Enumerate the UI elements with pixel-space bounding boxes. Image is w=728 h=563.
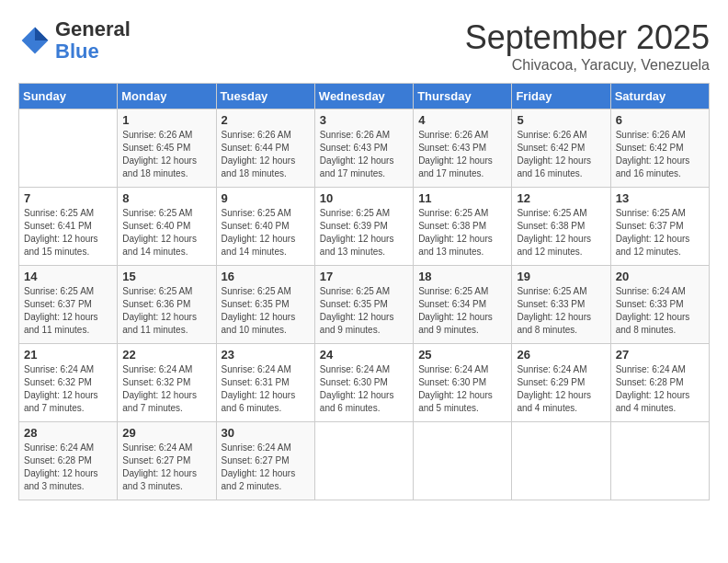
day-number: 23 — [222, 348, 310, 362]
table-row: 21Sunrise: 6:24 AM Sunset: 6:32 PM Dayli… — [19, 344, 118, 422]
table-row: 22Sunrise: 6:24 AM Sunset: 6:32 PM Dayli… — [118, 344, 216, 422]
day-info: Sunrise: 6:25 AM Sunset: 6:36 PM Dayligh… — [122, 285, 210, 337]
day-number: 22 — [122, 348, 210, 362]
day-number: 24 — [320, 348, 408, 362]
logo-text: General Blue — [55, 18, 131, 63]
day-number: 13 — [616, 191, 704, 205]
day-info: Sunrise: 6:26 AM Sunset: 6:42 PM Dayligh… — [616, 129, 704, 180]
table-row: 8Sunrise: 6:25 AM Sunset: 6:40 PM Daylig… — [118, 188, 216, 266]
day-info: Sunrise: 6:24 AM Sunset: 6:29 PM Dayligh… — [517, 363, 605, 415]
day-number: 4 — [418, 113, 506, 127]
table-row: 12Sunrise: 6:25 AM Sunset: 6:38 PM Dayli… — [512, 188, 610, 266]
table-row: 24Sunrise: 6:24 AM Sunset: 6:30 PM Dayli… — [314, 344, 413, 422]
day-number: 1 — [122, 113, 210, 127]
column-header-thursday: Thursday — [414, 84, 512, 109]
day-number: 6 — [616, 113, 704, 127]
table-row: 26Sunrise: 6:24 AM Sunset: 6:29 PM Dayli… — [512, 344, 610, 422]
table-row: 15Sunrise: 6:25 AM Sunset: 6:36 PM Dayli… — [118, 266, 216, 344]
day-info: Sunrise: 6:25 AM Sunset: 6:41 PM Dayligh… — [24, 207, 112, 259]
day-number: 3 — [320, 113, 408, 127]
table-row: 7Sunrise: 6:25 AM Sunset: 6:41 PM Daylig… — [19, 188, 118, 266]
table-row: 3Sunrise: 6:26 AM Sunset: 6:43 PM Daylig… — [314, 109, 413, 188]
day-info: Sunrise: 6:24 AM Sunset: 6:28 PM Dayligh… — [24, 442, 112, 493]
column-header-tuesday: Tuesday — [216, 84, 314, 109]
day-number: 8 — [122, 191, 210, 205]
table-row: 13Sunrise: 6:25 AM Sunset: 6:37 PM Dayli… — [610, 188, 709, 266]
day-number: 20 — [616, 270, 704, 283]
day-number: 15 — [122, 270, 210, 283]
day-info: Sunrise: 6:25 AM Sunset: 6:35 PM Dayligh… — [320, 285, 408, 337]
table-row: 5Sunrise: 6:26 AM Sunset: 6:42 PM Daylig… — [512, 109, 610, 188]
column-header-friday: Friday — [512, 84, 610, 109]
day-info: Sunrise: 6:26 AM Sunset: 6:43 PM Dayligh… — [418, 129, 506, 180]
table-row: 11Sunrise: 6:25 AM Sunset: 6:38 PM Dayli… — [414, 188, 512, 266]
day-number: 30 — [222, 426, 310, 440]
table-row: 27Sunrise: 6:24 AM Sunset: 6:28 PM Dayli… — [610, 344, 709, 422]
day-number: 27 — [616, 348, 704, 362]
svg-marker-1 — [35, 28, 48, 40]
table-row: 17Sunrise: 6:25 AM Sunset: 6:35 PM Dayli… — [314, 266, 413, 344]
day-number: 14 — [24, 270, 112, 283]
day-number: 11 — [418, 191, 506, 205]
table-row: 4Sunrise: 6:26 AM Sunset: 6:43 PM Daylig… — [414, 109, 512, 188]
day-number: 5 — [517, 113, 605, 127]
table-row — [19, 109, 118, 188]
subtitle: Chivacoa, Yaracuy, Venezuela — [465, 57, 710, 74]
day-info: Sunrise: 6:24 AM Sunset: 6:31 PM Dayligh… — [222, 363, 310, 415]
day-number: 10 — [320, 191, 408, 205]
table-row — [314, 422, 413, 500]
day-info: Sunrise: 6:25 AM Sunset: 6:38 PM Dayligh… — [418, 207, 506, 259]
table-row: 29Sunrise: 6:24 AM Sunset: 6:27 PM Dayli… — [118, 422, 216, 500]
day-info: Sunrise: 6:24 AM Sunset: 6:33 PM Dayligh… — [616, 285, 704, 337]
table-row: 19Sunrise: 6:25 AM Sunset: 6:33 PM Dayli… — [512, 266, 610, 344]
day-info: Sunrise: 6:24 AM Sunset: 6:27 PM Dayligh… — [222, 442, 310, 493]
column-header-sunday: Sunday — [19, 84, 118, 109]
day-info: Sunrise: 6:25 AM Sunset: 6:39 PM Dayligh… — [320, 207, 408, 259]
table-row: 20Sunrise: 6:24 AM Sunset: 6:33 PM Dayli… — [610, 266, 709, 344]
table-row: 28Sunrise: 6:24 AM Sunset: 6:28 PM Dayli… — [19, 422, 118, 500]
day-info: Sunrise: 6:25 AM Sunset: 6:33 PM Dayligh… — [517, 285, 605, 337]
column-header-wednesday: Wednesday — [314, 84, 413, 109]
day-number: 25 — [418, 348, 506, 362]
day-info: Sunrise: 6:25 AM Sunset: 6:40 PM Dayligh… — [122, 207, 210, 259]
table-row: 1Sunrise: 6:26 AM Sunset: 6:45 PM Daylig… — [118, 109, 216, 188]
day-info: Sunrise: 6:24 AM Sunset: 6:30 PM Dayligh… — [320, 363, 408, 415]
day-info: Sunrise: 6:26 AM Sunset: 6:43 PM Dayligh… — [320, 129, 408, 180]
day-info: Sunrise: 6:24 AM Sunset: 6:30 PM Dayligh… — [418, 363, 506, 415]
table-row — [512, 422, 610, 500]
day-number: 16 — [222, 270, 310, 283]
day-number: 21 — [24, 348, 112, 362]
table-row: 10Sunrise: 6:25 AM Sunset: 6:39 PM Dayli… — [314, 188, 413, 266]
column-header-saturday: Saturday — [610, 84, 709, 109]
day-info: Sunrise: 6:24 AM Sunset: 6:28 PM Dayligh… — [616, 363, 704, 415]
day-number: 12 — [517, 191, 605, 205]
table-row: 18Sunrise: 6:25 AM Sunset: 6:34 PM Dayli… — [414, 266, 512, 344]
day-number: 18 — [418, 270, 506, 283]
day-info: Sunrise: 6:25 AM Sunset: 6:38 PM Dayligh… — [517, 207, 605, 259]
day-number: 17 — [320, 270, 408, 283]
table-row: 30Sunrise: 6:24 AM Sunset: 6:27 PM Dayli… — [216, 422, 314, 500]
day-info: Sunrise: 6:25 AM Sunset: 6:40 PM Dayligh… — [222, 207, 310, 259]
day-info: Sunrise: 6:25 AM Sunset: 6:37 PM Dayligh… — [616, 207, 704, 259]
table-row: 14Sunrise: 6:25 AM Sunset: 6:37 PM Dayli… — [19, 266, 118, 344]
day-number: 9 — [222, 191, 310, 205]
column-header-monday: Monday — [118, 84, 216, 109]
table-row: 25Sunrise: 6:24 AM Sunset: 6:30 PM Dayli… — [414, 344, 512, 422]
table-row: 6Sunrise: 6:26 AM Sunset: 6:42 PM Daylig… — [610, 109, 709, 188]
day-info: Sunrise: 6:25 AM Sunset: 6:37 PM Dayligh… — [24, 285, 112, 337]
day-number: 19 — [517, 270, 605, 283]
day-number: 2 — [222, 113, 310, 127]
table-row: 16Sunrise: 6:25 AM Sunset: 6:35 PM Dayli… — [216, 266, 314, 344]
day-info: Sunrise: 6:26 AM Sunset: 6:45 PM Dayligh… — [122, 129, 210, 180]
day-number: 29 — [122, 426, 210, 440]
day-info: Sunrise: 6:26 AM Sunset: 6:42 PM Dayligh… — [517, 129, 605, 180]
month-title: September 2025 — [465, 18, 710, 57]
day-number: 26 — [517, 348, 605, 362]
table-row: 2Sunrise: 6:26 AM Sunset: 6:44 PM Daylig… — [216, 109, 314, 188]
page-header: General Blue September 2025 Chivacoa, Ya… — [18, 18, 710, 74]
day-info: Sunrise: 6:26 AM Sunset: 6:44 PM Dayligh… — [222, 129, 310, 180]
table-row — [414, 422, 512, 500]
table-row: 9Sunrise: 6:25 AM Sunset: 6:40 PM Daylig… — [216, 188, 314, 266]
table-row: 23Sunrise: 6:24 AM Sunset: 6:31 PM Dayli… — [216, 344, 314, 422]
day-info: Sunrise: 6:24 AM Sunset: 6:32 PM Dayligh… — [122, 363, 210, 415]
